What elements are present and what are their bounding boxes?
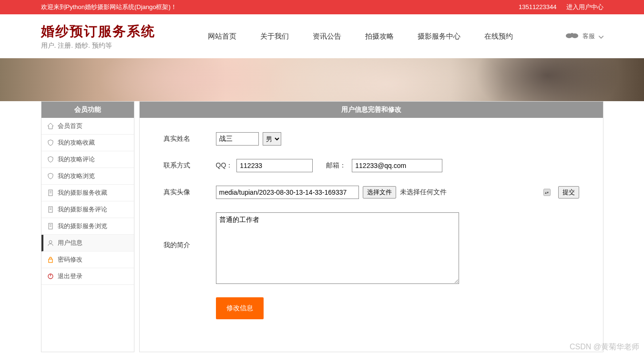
svg-rect-13 [49,259,52,262]
welcome-text: 欢迎来到Python婚纱摄影网站系统(Django框架)！ [41,0,177,14]
update-info-button[interactable]: 修改信息 [216,297,264,319]
sidebar-item-label: 会员首页 [58,122,82,130]
label-realname: 真实姓名 [164,135,216,143]
sidebar-item-strategy-views[interactable]: 我的攻略浏览 [41,168,134,185]
shield-icon [47,173,54,179]
svg-point-12 [49,241,52,243]
sidebar-item-logout[interactable]: 退出登录 [41,268,134,285]
svg-point-2 [571,33,573,36]
realname-input[interactable] [216,132,259,146]
avatar-submit-button[interactable]: 提交 [558,186,579,199]
sidebar-item-strategy-favorites[interactable]: 我的攻略收藏 [41,135,134,151]
sidebar-item-member-home[interactable]: 会员首页 [41,118,134,135]
email-input[interactable] [352,159,442,172]
sidebar-item-service-favorites[interactable]: 我的摄影服务收藏 [41,185,134,201]
avatar-path-input[interactable] [216,186,359,199]
nav-about[interactable]: 关于我们 [260,32,289,41]
sidebar-item-label: 我的攻略浏览 [58,172,95,180]
sidebar-item-password[interactable]: 密码修改 [41,251,134,268]
top-bar: 欢迎来到Python婚纱摄影网站系统(Django框架)！ 1351122334… [0,0,644,14]
sidebar-item-label: 我的摄影服务收藏 [58,188,107,197]
choose-file-button[interactable]: 选择文件 [363,186,396,199]
qq-input[interactable] [236,159,313,172]
gender-select[interactable]: 男 [263,132,281,146]
sidebar-item-label: 密码修改 [58,255,82,264]
sidebar-item-label: 用户信息 [58,239,82,247]
lock-icon [47,256,54,263]
main-panel: 用户信息完善和修改 真实姓名 男 联系方式 QQ： 邮箱： [139,101,603,352]
main-nav: 网站首页 关于我们 资讯公告 拍摄攻略 摄影服务中心 在线预约 [208,32,513,41]
label-avatar: 真实头像 [164,188,216,197]
service-label: 客服 [583,32,595,41]
logo[interactable]: 婚纱预订服务系统 用户. 注册. 婚纱. 预约等 [41,22,155,50]
nav-strategy[interactable]: 拍摄攻略 [365,32,394,41]
file-status-text: 未选择任何文件 [400,188,447,197]
sidebar: 会员功能 会员首页 我的攻略收藏 我的攻略评论 我的攻略浏览 我的摄影服务收藏 … [41,101,134,352]
nav-service[interactable]: 摄影服务中心 [418,32,460,41]
sidebar-item-label: 我的攻略评论 [58,155,95,164]
logo-subtitle: 用户. 注册. 婚纱. 预约等 [41,42,155,50]
bio-textarea[interactable] [216,212,459,284]
sidebar-item-label: 我的摄影服务浏览 [58,222,107,230]
sidebar-title: 会员功能 [41,102,134,118]
topbar-phone[interactable]: 13511223344 [519,0,557,14]
user-icon [47,240,54,246]
sidebar-item-user-info[interactable]: 用户信息 [41,235,134,251]
document-icon [47,189,54,196]
home-icon [47,123,54,129]
chevron-down-icon [599,33,603,40]
sidebar-item-strategy-comments[interactable]: 我的攻略评论 [41,151,134,168]
logo-title: 婚纱预订服务系统 [41,22,155,41]
shield-icon [47,156,54,163]
nav-news[interactable]: 资讯公告 [313,32,341,41]
sidebar-item-service-views[interactable]: 我的摄影服务浏览 [41,218,134,235]
email-label: 邮箱： [326,161,346,170]
qq-label: QQ： [216,161,233,170]
user-center-link[interactable]: 进入用户中心 [566,0,603,14]
nav-booking[interactable]: 在线预约 [484,32,513,41]
shield-icon [47,139,54,146]
power-icon [47,273,54,280]
sidebar-item-label: 我的攻略收藏 [58,138,95,147]
document-icon [47,206,54,213]
sidebar-item-label: 退出登录 [58,272,82,281]
number-stepper-icon[interactable]: ▴▾ [543,189,551,196]
header: 婚纱预订服务系统 用户. 注册. 婚纱. 预约等 网站首页 关于我们 资讯公告 … [0,14,644,58]
label-bio: 我的简介 [164,212,216,250]
sidebar-item-service-comments[interactable]: 我的摄影服务评论 [41,201,134,218]
panel-title: 用户信息完善和修改 [140,102,603,118]
label-contact: 联系方式 [164,161,216,170]
customer-service[interactable]: 客服 [565,31,603,42]
nav-home[interactable]: 网站首页 [208,32,236,41]
sidebar-item-label: 我的摄影服务评论 [58,205,107,214]
document-icon [47,223,54,230]
world-map-icon [565,31,579,42]
banner-image [0,58,644,101]
